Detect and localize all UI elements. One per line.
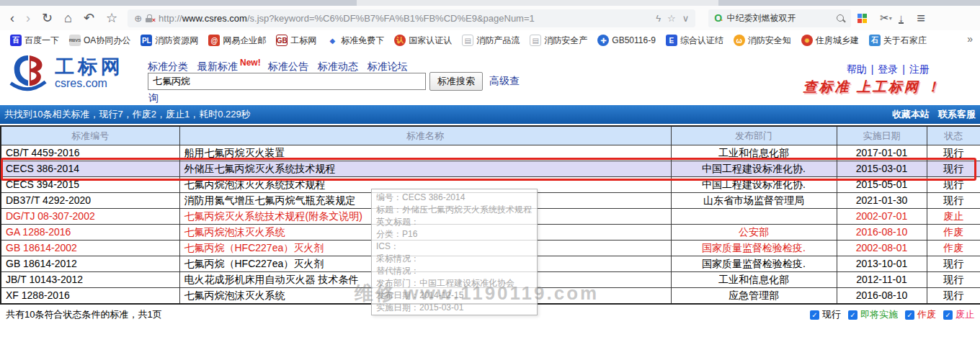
hot-search-query[interactable]: 中纪委刘燃被双开 [726, 12, 796, 24]
standard-code-link[interactable]: CECS 394-2015 [1, 177, 179, 193]
col-header-date: 实施日期 [837, 126, 927, 145]
bookmark-star-icon[interactable]: ☆ [667, 13, 676, 24]
standard-code-link[interactable]: GB 18614-2012 [1, 256, 179, 272]
standard-code-link[interactable]: XF 1288-2016 [1, 288, 179, 305]
bookmark-favicon-icon: ▤ [530, 35, 541, 46]
nav-link-0[interactable]: 标准分类 [148, 60, 188, 72]
col-header-code: 标准编号 [1, 126, 179, 145]
url-host: www.csres.com [182, 13, 247, 24]
bookmark-favicon-icon: RBVS [69, 35, 81, 46]
search-icon[interactable] [837, 14, 844, 22]
help-link[interactable]: 帮助 [847, 63, 867, 75]
tooltip-line: 编号：CECS 386-2014 [376, 192, 533, 204]
standard-name-link[interactable]: 外储压七氟丙烷灭火系统技术规程 [179, 161, 671, 177]
nav-link-2[interactable]: 标准公告 [268, 60, 308, 72]
standard-name-link[interactable]: 船用七氟丙烷灭火装置 [179, 145, 671, 161]
chevron-down-icon[interactable]: ∨ [682, 13, 690, 24]
undo-icon[interactable]: ↶ [84, 12, 94, 24]
bookmark-item[interactable]: ω消防安全知 [734, 35, 791, 47]
standard-dept: 国家质量监督检验检疫. [671, 256, 837, 272]
standard-search-button[interactable]: 标准搜索 [429, 72, 483, 91]
checkbox-checked-icon[interactable]: ✓ [905, 310, 914, 320]
bookmarks-overflow-icon[interactable]: » [967, 33, 973, 45]
nav-link-3[interactable]: 标准动态 [318, 60, 358, 72]
standard-dept: 山东省市场监督管理局 [671, 193, 837, 209]
nav-link-1[interactable]: 最新标准 [197, 60, 238, 72]
bookmark-label: 消防产品流 [476, 35, 520, 47]
checkbox-checked-icon[interactable]: ✓ [810, 310, 819, 320]
flash-icon[interactable]: ϟ [656, 13, 661, 24]
bookmark-label: 工标网 [290, 35, 316, 47]
bookmark-item[interactable]: ▤消防安全产 [530, 35, 587, 47]
standard-code-link[interactable]: CB/T 4459-2016 [1, 145, 179, 161]
advanced-search-link-wrap[interactable]: 询 [148, 92, 159, 105]
standard-search-row: 标准搜索 高级查 [148, 72, 520, 91]
apps-grid-icon[interactable] [858, 14, 867, 23]
url-path: /s.jsp?keyword=%C6%DF%B7%FA%B1%FB%CD%E9&… [247, 13, 535, 24]
bookmark-item[interactable]: ▤消防产品流 [462, 35, 520, 47]
screenshot-scissors-icon[interactable]: ✂▾ [880, 12, 892, 24]
home-icon[interactable]: ⌂ [64, 12, 72, 24]
new-badge: New! [240, 58, 261, 68]
checkbox-checked-icon[interactable]: ✓ [943, 310, 953, 320]
standard-status: 现行 [927, 145, 980, 161]
tooltip-line: 替代情况： [376, 265, 533, 277]
filter-作废: ✓作废 [905, 308, 936, 321]
filter-即将实施: ✓即将实施 [848, 308, 898, 321]
browser-search-box[interactable]: O. 中纪委刘燃被双开 [708, 9, 851, 27]
bookmark-label: 国家认证认 [409, 35, 452, 47]
login-link[interactable]: 登录 [878, 63, 898, 75]
standard-date: 2021-01-30 [837, 193, 927, 209]
site-header: 工标网 csres.com 标准分类最新标准New!标准公告标准动态标准论坛 标… [0, 50, 980, 105]
standard-code-link[interactable]: DG/TJ 08-307-2002 [1, 209, 179, 225]
bookmark-item[interactable]: 石关于石家庄 [869, 35, 927, 47]
col-header-name: 标准名称 [179, 126, 671, 145]
address-bar[interactable]: ⊕ × http://www.csres.com/s.jsp?keyword=%… [128, 9, 695, 27]
keyword-input[interactable] [148, 73, 426, 90]
standard-dept [671, 209, 837, 225]
favorite-star-icon[interactable]: ☆ [106, 12, 117, 24]
site-nav: 标准分类最新标准New!标准公告标准动态标准论坛 [148, 58, 417, 73]
filter-label: 现行 [822, 308, 841, 321]
site-permissions-icon[interactable]: ⊕ [134, 13, 142, 24]
forward-icon[interactable]: › [26, 12, 30, 24]
standard-code-link[interactable]: CECS 386-2014 [1, 161, 179, 177]
nav-link-4[interactable]: 标准论坛 [368, 60, 408, 72]
refresh-icon[interactable]: ↻ [42, 12, 53, 24]
bookmark-favicon-icon: ▤ [462, 35, 473, 46]
col-header-status: 状态 [927, 126, 980, 145]
bookmark-item[interactable]: 百百度一下 [10, 35, 59, 47]
bookmark-item[interactable]: RBVSOA协同办公 [69, 35, 130, 47]
standard-date: 2013-10-01 [837, 256, 927, 272]
bookmark-favicon-icon: ✚ [597, 35, 609, 46]
standard-code-link[interactable]: GA 1288-2016 [1, 225, 179, 241]
standard-code-link[interactable]: JB/T 10143-2012 [1, 272, 179, 288]
standard-code-link[interactable]: GB 18614-2002 [1, 241, 179, 256]
separator: | [902, 63, 905, 75]
menu-icon[interactable]: ≡ [917, 10, 925, 27]
favorite-site-link[interactable]: 收藏本站 [892, 108, 930, 121]
filter-label: 即将实施 [860, 308, 898, 321]
bookmark-label: 住房城乡建 [816, 35, 859, 47]
advanced-search-link[interactable]: 高级查 [489, 75, 520, 88]
site-logo[interactable]: 工标网 csres.com [7, 54, 124, 93]
browser-tab-strip[interactable] [0, 0, 980, 6]
bookmark-item[interactable]: E综合认证结 [666, 35, 723, 47]
back-icon[interactable]: ‹ [10, 12, 14, 24]
bookmark-item[interactable]: 认国家认证认 [394, 35, 452, 47]
download-icon[interactable]: ↓ [899, 13, 904, 24]
table-header-row: 标准编号 标准名称 发布部门 实施日期 状态 [1, 126, 980, 145]
bookmark-item[interactable]: PL消防资源网 [141, 35, 198, 47]
bookmark-item[interactable]: GB工标网 [276, 35, 316, 47]
checkbox-checked-icon[interactable]: ✓ [848, 310, 858, 320]
standard-code-link[interactable]: DB37/T 4292-2020 [1, 193, 179, 209]
bookmark-item[interactable]: ✚GB50116-9 [597, 35, 656, 46]
bookmark-item[interactable]: @网易企业邮 [208, 35, 266, 47]
register-link[interactable]: 注册 [909, 63, 930, 75]
bookmark-item[interactable]: ◆标准免费下 [326, 35, 384, 47]
results-table-area: 标准编号 标准名称 发布部门 实施日期 状态 CB/T 4459-2016船用七… [0, 125, 980, 305]
standard-dept: 工业和信息化部 [671, 272, 837, 288]
filter-label: 作废 [917, 308, 936, 321]
contact-service-link[interactable]: 联系客服 [938, 108, 976, 121]
bookmark-item[interactable]: ✹住房城乡建 [801, 35, 859, 47]
